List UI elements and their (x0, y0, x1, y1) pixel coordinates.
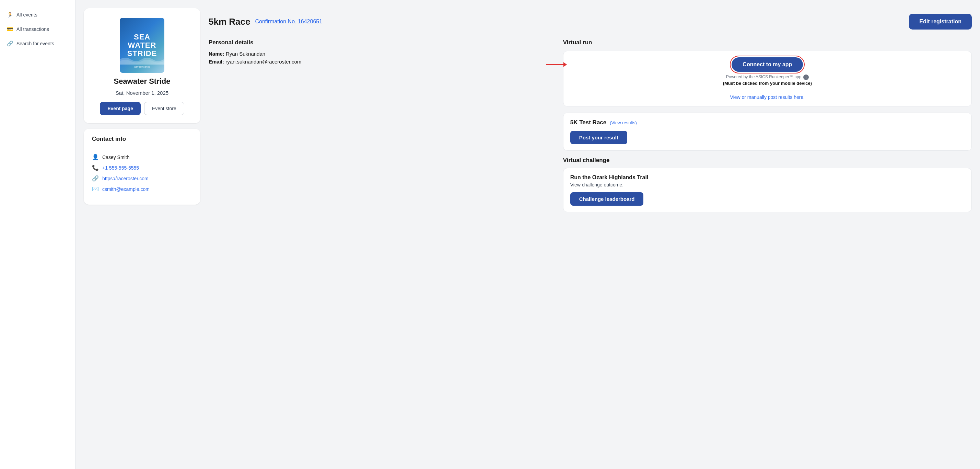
sidebar-item-all-transactions[interactable]: 💳 All transactions (0, 23, 75, 36)
sections-row: Personal details Name: Ryan Suknandan Em… (208, 37, 972, 212)
virtual-challenge-section: Virtual challenge Run the Ozark Highland… (563, 157, 972, 212)
reg-title-group: 5km Race Confirmation No. 16420651 (208, 16, 322, 27)
contact-info-card: Contact info 👤 Casey Smith 📞 +1 555-555-… (84, 129, 200, 205)
event-store-button[interactable]: Event store (144, 102, 184, 115)
main-content: SEAWATERSTRIDE Bay city series Seawater … (75, 0, 980, 469)
personal-details-title: Personal details (208, 39, 549, 46)
virtual-challenge-title: Virtual challenge (563, 157, 972, 164)
contact-phone-row: 📞 +1 555-555-5555 (92, 164, 192, 171)
phone-icon: 📞 (92, 164, 99, 171)
right-column: 5km Race Confirmation No. 16420651 Edit … (208, 8, 972, 461)
contact-name-row: 👤 Casey Smith (92, 154, 192, 160)
transactions-icon: 💳 (7, 26, 13, 32)
challenge-box: Run the Ozark Highlands Trail View chall… (563, 168, 972, 212)
test-race-box: 5K Test Race (View results) Post your re… (563, 113, 972, 151)
name-row: Name: Ryan Suknandan (208, 51, 549, 57)
external-link-icon: 🔗 (92, 175, 99, 182)
event-name: Seawater Stride (114, 77, 170, 86)
info-icon[interactable]: i (803, 75, 809, 80)
external-link-icon: 🔗 (7, 40, 13, 47)
personal-details-section: Personal details Name: Ryan Suknandan Em… (208, 39, 549, 212)
contact-divider (92, 148, 192, 148)
connect-to-app-button[interactable]: Connect to my app (732, 57, 803, 72)
arrow-indicator (546, 62, 567, 67)
edit-registration-button[interactable]: Edit registration (909, 14, 972, 30)
email-value: ryan.suknandan@raceroster.com (226, 59, 301, 65)
mobile-note: (Must be clicked from your mobile device… (570, 81, 964, 86)
name-value: Ryan Suknandan (226, 51, 265, 57)
email-label: Email: (208, 59, 224, 65)
left-column: SEAWATERSTRIDE Bay city series Seawater … (84, 8, 200, 461)
contact-website-row: 🔗 https://raceroster.com (92, 175, 192, 182)
challenge-name: Run the Ozark Highlands Trail (570, 174, 964, 180)
race-name: 5km Race (208, 16, 250, 27)
event-logo-subtitle: Bay city series (134, 65, 150, 68)
confirmation-link[interactable]: Confirmation No. 16420651 (255, 19, 322, 25)
challenge-leaderboard-button[interactable]: Challenge leaderboard (570, 192, 644, 206)
event-logo-text: SEAWATERSTRIDE (127, 33, 157, 58)
run-icon: 🏃 (7, 12, 13, 18)
email-icon: ✉️ (92, 186, 99, 192)
challenge-sub: View challenge outcome. (570, 182, 964, 187)
event-logo: SEAWATERSTRIDE Bay city series (120, 18, 164, 73)
vr-divider (570, 90, 964, 90)
view-results-link[interactable]: View or manually post results here. (570, 94, 964, 100)
contact-phone-link[interactable]: +1 555-555-5555 (102, 165, 139, 171)
person-icon: 👤 (92, 154, 99, 160)
contact-email-link[interactable]: csmith@example.com (102, 187, 150, 192)
contact-info-title: Contact info (92, 136, 192, 142)
virtual-run-title: Virtual run (563, 39, 972, 46)
event-actions: Event page Event store (100, 102, 184, 115)
registration-header: 5km Race Confirmation No. 16420651 Edit … (208, 8, 972, 37)
sidebar-item-all-events[interactable]: 🏃 All events (0, 8, 75, 21)
sidebar: 🏃 All events 💳 All transactions 🔗 Search… (0, 0, 75, 469)
contact-name: Casey Smith (102, 155, 129, 160)
post-your-result-button[interactable]: Post your result (570, 131, 627, 144)
test-race-title: 5K Test Race (570, 119, 607, 126)
arrow-head (563, 62, 567, 67)
view-results-small-link[interactable]: (View results) (610, 120, 637, 125)
test-race-header: 5K Test Race (View results) (570, 119, 964, 126)
virtual-run-box: Connect to my app Powered by the ASICS R… (563, 51, 972, 107)
event-card: SEAWATERSTRIDE Bay city series Seawater … (84, 8, 200, 123)
powered-by-text: Powered by the ASICS Runkeeper™ app i (570, 75, 964, 80)
sidebar-item-label: Search for events (16, 41, 54, 46)
arrow-line (546, 64, 563, 65)
name-label: Name: (208, 51, 224, 57)
contact-email-row: ✉️ csmith@example.com (92, 186, 192, 192)
sidebar-item-search-events[interactable]: 🔗 Search for events (0, 37, 75, 50)
event-date: Sat, November 1, 2025 (116, 90, 169, 96)
connect-btn-highlight: Connect to my app (732, 57, 803, 72)
sidebar-item-label: All events (16, 12, 37, 18)
connect-btn-wrapper: Connect to my app (570, 57, 964, 72)
contact-website-link[interactable]: https://raceroster.com (102, 176, 149, 181)
email-row: Email: ryan.suknandan@raceroster.com (208, 59, 549, 65)
right-sections: Virtual run Connect to my app Powered by… (563, 39, 972, 212)
sidebar-item-label: All transactions (16, 26, 49, 32)
event-page-button[interactable]: Event page (100, 102, 141, 115)
